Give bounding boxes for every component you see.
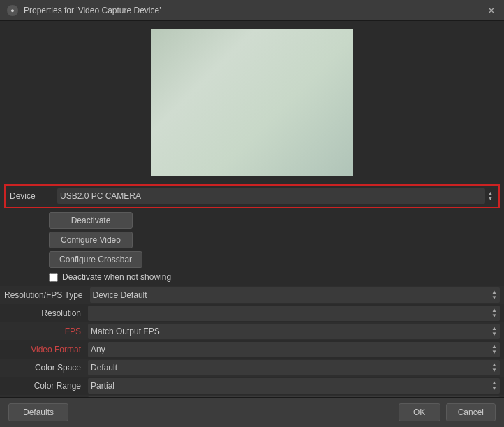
video-format-label: Video Format xyxy=(4,345,88,354)
fps-wrapper: Match Output FPS ▲▼ xyxy=(88,324,500,339)
color-range-select[interactable]: Partial xyxy=(88,378,500,394)
color-space-select[interactable]: Default xyxy=(88,360,500,375)
app-icon: ● xyxy=(7,5,18,16)
titlebar-title: Properties for 'Video Capture Device' xyxy=(24,6,486,15)
buffering-select[interactable]: Auto-Detect xyxy=(88,396,500,397)
resolution-fps-type-select[interactable]: Device Default xyxy=(90,287,500,303)
device-select[interactable]: USB2.0 PC CAMERA xyxy=(57,188,485,204)
video-format-wrapper: Any ▲▼ xyxy=(88,342,500,357)
configure-video-button[interactable]: Configure Video xyxy=(49,232,133,248)
resolution-label: Resolution xyxy=(4,308,88,318)
deactivate-checkbox-row: Deactivate when not showing xyxy=(0,269,504,286)
buffering-wrapper: Auto-Detect ▲▼ xyxy=(88,396,500,397)
resolution-wrapper: ▲▼ xyxy=(88,306,500,321)
form-row-color-range: Color Range Partial ▲▼ xyxy=(0,377,504,395)
footer: Defaults OK Cancel xyxy=(0,397,504,427)
deactivate-checkbox-label: Deactivate when not showing xyxy=(62,272,171,282)
titlebar: ● Properties for 'Video Capture Device' … xyxy=(0,0,504,21)
color-space-wrapper: Default ▲▼ xyxy=(88,360,500,375)
action-buttons: Deactivate Configure Video Configure Cro… xyxy=(0,209,504,269)
color-range-label: Color Range xyxy=(4,381,88,391)
fps-label: FPS xyxy=(4,327,88,336)
settings-area: Device USB2.0 PC CAMERA ▲ ▼ Deactivate C… xyxy=(0,183,504,397)
fps-select[interactable]: Match Output FPS xyxy=(88,324,500,339)
color-space-label: Color Space xyxy=(4,363,88,373)
configure-crossbar-button[interactable]: Configure Crossbar xyxy=(49,251,142,268)
spin-down-icon[interactable]: ▼ xyxy=(487,196,494,202)
defaults-button[interactable]: Defaults xyxy=(8,403,68,421)
cancel-button[interactable]: Cancel xyxy=(446,403,496,421)
resolution-select[interactable] xyxy=(88,306,500,321)
form-row-fps: FPS Match Output FPS ▲▼ xyxy=(0,322,504,340)
resolution-fps-type-wrapper: Device Default ▲▼ xyxy=(90,287,500,303)
deactivate-button[interactable]: Deactivate xyxy=(49,212,133,229)
form-row-resolution-fps-type: Resolution/FPS Type Device Default ▲▼ xyxy=(0,286,504,304)
ok-button[interactable]: OK xyxy=(399,403,440,421)
video-format-select[interactable]: Any xyxy=(88,342,500,357)
camera-preview xyxy=(151,29,353,176)
form-row-video-format: Video Format Any ▲▼ xyxy=(0,340,504,359)
close-button[interactable]: ✕ xyxy=(486,5,497,16)
spin-up-icon[interactable]: ▲ xyxy=(487,190,494,196)
form-row-resolution: Resolution ▲▼ xyxy=(0,304,504,322)
color-range-wrapper: Partial ▲▼ xyxy=(88,378,500,394)
form-row-color-space: Color Space Default ▲▼ xyxy=(0,359,504,377)
preview-container xyxy=(0,21,504,183)
footer-right: OK Cancel xyxy=(399,403,496,421)
deactivate-checkbox[interactable] xyxy=(49,273,58,282)
device-row: Device USB2.0 PC CAMERA ▲ ▼ xyxy=(4,184,500,208)
device-spinners[interactable]: ▲ ▼ xyxy=(487,190,494,202)
resolution-fps-type-label: Resolution/FPS Type xyxy=(4,290,90,300)
device-label: Device xyxy=(10,191,52,201)
